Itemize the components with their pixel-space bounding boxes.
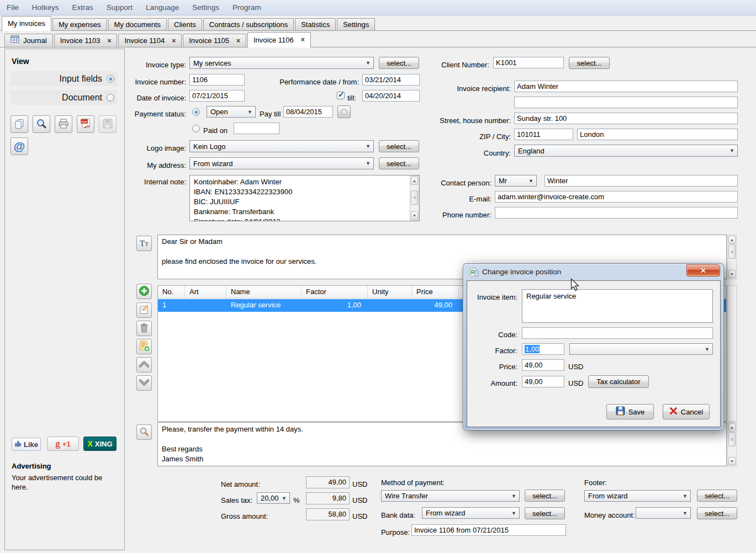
dialog-save-button[interactable]: Save bbox=[606, 404, 654, 419]
copy-button[interactable] bbox=[10, 115, 28, 133]
tab-journal[interactable]: Journal bbox=[4, 34, 53, 47]
my-address-combo[interactable]: From wizard▼ bbox=[189, 157, 374, 169]
col-header-art[interactable]: Art bbox=[185, 286, 226, 298]
date-of-invoice-input[interactable] bbox=[189, 90, 245, 102]
zip-input[interactable] bbox=[514, 129, 573, 140]
table-scrollbar[interactable] bbox=[727, 285, 737, 422]
footer-search-button[interactable] bbox=[136, 424, 152, 440]
amount-input[interactable] bbox=[522, 376, 564, 387]
view-option-document[interactable]: Document bbox=[10, 90, 118, 105]
menu-program[interactable]: Program bbox=[226, 0, 268, 15]
reminder-indicator-button[interactable] bbox=[337, 105, 351, 118]
tab-contracts-subscriptions[interactable]: Contracts / subscriptions bbox=[203, 18, 294, 31]
scroll-thumb[interactable]: ≡ bbox=[728, 244, 736, 259]
pay-till-input[interactable] bbox=[283, 106, 333, 118]
letter-footer-scrollbar[interactable]: ▲ ≡ ▼ bbox=[727, 422, 737, 466]
menu-extras[interactable]: Extras bbox=[66, 0, 100, 15]
purpose-input[interactable] bbox=[411, 524, 566, 536]
col-header-no[interactable]: No. bbox=[158, 286, 185, 298]
add-item-button[interactable] bbox=[136, 284, 152, 299]
country-combo[interactable]: England▼ bbox=[514, 145, 738, 157]
xing-button[interactable]: X XING bbox=[83, 437, 117, 451]
tab-clients[interactable]: Clients bbox=[168, 18, 202, 31]
street-input[interactable] bbox=[514, 113, 738, 124]
method-of-payment-combo[interactable]: Wire Transfer▼ bbox=[381, 490, 520, 502]
paid-on-radio[interactable] bbox=[192, 125, 200, 132]
invoice-type-combo[interactable]: My services▼ bbox=[189, 57, 374, 69]
scroll-up-icon[interactable]: ▲ bbox=[728, 236, 736, 244]
payment-status-combo[interactable]: Open▼ bbox=[207, 106, 256, 118]
scroll-down-icon[interactable]: ▼ bbox=[728, 270, 736, 278]
menu-settings[interactable]: Settings bbox=[186, 0, 226, 15]
bank-data-combo[interactable]: From wizard▼ bbox=[422, 507, 520, 519]
close-tab-icon[interactable]: × bbox=[301, 33, 305, 47]
logo-image-combo[interactable]: Kein Logo▼ bbox=[189, 140, 374, 152]
client-select-button[interactable]: select... bbox=[569, 57, 610, 69]
dialog-close-button[interactable]: ✕ bbox=[686, 264, 720, 276]
tab-invoice-1104[interactable]: Invoice 1104× bbox=[118, 34, 182, 47]
tab-invoice-1105[interactable]: Invoice 1105× bbox=[183, 34, 246, 47]
factor-unit-combo[interactable]: ▼ bbox=[569, 343, 713, 355]
payment-select-button[interactable]: select... bbox=[525, 490, 565, 502]
email-input[interactable] bbox=[495, 191, 738, 203]
payment-open-radio[interactable] bbox=[192, 108, 200, 116]
tab-my-documents[interactable]: My documents bbox=[108, 18, 167, 31]
delete-item-button[interactable] bbox=[136, 321, 152, 336]
letter-header-scrollbar[interactable]: ▲ ≡ ▼ bbox=[727, 235, 737, 279]
scroll-up-icon[interactable]: ▲ bbox=[728, 423, 736, 432]
preview-button[interactable] bbox=[33, 115, 50, 133]
code-input[interactable] bbox=[522, 327, 713, 339]
duplicate-item-button[interactable] bbox=[136, 339, 152, 354]
internal-note-textarea[interactable]: Kontoinhaber: Adam Winter IBAN: EN123323… bbox=[189, 175, 420, 221]
salutation-combo[interactable]: Mr▼ bbox=[495, 175, 537, 187]
performance-date-input[interactable] bbox=[362, 74, 420, 86]
money-select-button[interactable]: select... bbox=[697, 507, 737, 519]
till-date-input[interactable] bbox=[362, 90, 420, 102]
menu-support[interactable]: Support bbox=[100, 0, 139, 15]
print-button[interactable] bbox=[55, 115, 72, 133]
font-button[interactable]: TT bbox=[136, 236, 152, 251]
tab-invoice-1106[interactable]: Invoice 1106× bbox=[247, 32, 311, 47]
money-account-combo[interactable]: ▼ bbox=[636, 507, 691, 519]
close-tab-icon[interactable]: × bbox=[107, 34, 111, 47]
tab-my-invoices[interactable]: My invoices bbox=[2, 16, 51, 31]
tab-invoice-1103[interactable]: Invoice 1103× bbox=[54, 34, 118, 47]
col-header-name[interactable]: Name bbox=[226, 286, 302, 298]
paid-on-input[interactable] bbox=[234, 123, 279, 134]
menu-hotkeys[interactable]: Hotkeys bbox=[25, 0, 66, 15]
address-select-button[interactable]: select... bbox=[379, 157, 419, 169]
client-number-input[interactable] bbox=[493, 57, 564, 68]
google-plus-one-button[interactable]: g +1 bbox=[47, 437, 79, 451]
tax-calculator-button[interactable]: Tax calculator bbox=[588, 375, 649, 388]
footer-combo[interactable]: From wizard▼ bbox=[584, 490, 691, 502]
facebook-like-button[interactable]: Like bbox=[12, 438, 41, 451]
move-up-button[interactable] bbox=[136, 357, 152, 373]
till-checkbox[interactable]: ✓ bbox=[337, 92, 345, 99]
invoice-recipient-input-2[interactable] bbox=[514, 97, 738, 108]
sales-tax-combo[interactable]: 20,00▼ bbox=[257, 492, 290, 504]
logo-select-button[interactable]: select... bbox=[379, 140, 419, 152]
email-button[interactable]: @ bbox=[10, 137, 28, 155]
dialog-cancel-button[interactable]: Cancel bbox=[663, 404, 710, 419]
menu-language[interactable]: Language bbox=[139, 0, 186, 15]
factor-input[interactable]: 1,00 bbox=[522, 343, 564, 355]
price-input[interactable] bbox=[522, 359, 564, 371]
invoice-item-textarea[interactable]: Regular service bbox=[522, 289, 713, 323]
scroll-thumb[interactable]: ≡ bbox=[728, 432, 736, 446]
tab-my-expenses[interactable]: My expenses bbox=[52, 18, 107, 31]
phone-number-input[interactable] bbox=[495, 207, 738, 219]
col-header-factor[interactable]: Factor bbox=[302, 286, 368, 298]
pdf-export-button[interactable]: PDF bbox=[77, 115, 94, 133]
tab-statistics[interactable]: Statistics bbox=[295, 18, 336, 31]
scroll-down-icon[interactable]: ▼ bbox=[728, 457, 736, 465]
footer-select-button[interactable]: select... bbox=[697, 490, 737, 502]
contact-name-input[interactable] bbox=[544, 175, 738, 187]
city-input[interactable] bbox=[577, 129, 738, 140]
close-tab-icon[interactable]: × bbox=[172, 34, 176, 47]
edit-item-button[interactable] bbox=[136, 302, 152, 318]
bank-select-button[interactable]: select... bbox=[525, 507, 565, 519]
menu-file[interactable]: File bbox=[0, 0, 25, 15]
tab-settings[interactable]: Settings bbox=[337, 18, 375, 31]
col-header-unity[interactable]: Unity bbox=[368, 286, 412, 298]
move-down-button[interactable] bbox=[136, 375, 152, 391]
